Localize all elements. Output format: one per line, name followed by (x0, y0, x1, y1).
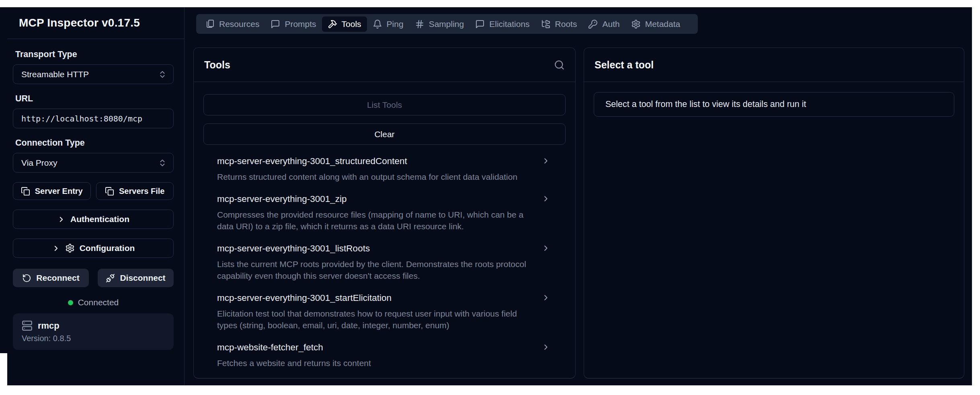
tool-name: mcp-website-fetcher_fetch (217, 342, 371, 354)
transport-type-value: Streamable HTTP (21, 70, 89, 79)
chevron-right-icon (57, 215, 66, 224)
content-cards: Tools List Tools Clear mcp-server-everyt… (193, 47, 964, 379)
disconnect-button[interactable]: Disconnect (98, 269, 174, 287)
files-icon (205, 19, 215, 29)
tool-name: mcp-server-everything-3001_structuredCon… (217, 155, 517, 167)
chevron-right-icon (52, 244, 60, 253)
tab-label: Roots (555, 19, 577, 29)
tool-name: mcp-server-everything-3001_listRoots (217, 243, 539, 255)
clear-button[interactable]: Clear (203, 123, 566, 145)
tool-list-item[interactable]: mcp-website-fetcher_fetchFetches a websi… (203, 331, 566, 369)
tools-panel-title: Tools (204, 59, 230, 71)
folder-tree-icon (541, 19, 551, 29)
tool-description: Fetches a website and returns its conten… (217, 357, 371, 369)
tab-label: Metadata (645, 19, 681, 29)
tool-detail-placeholder: Select a tool from the list to view its … (594, 92, 954, 117)
key-icon (588, 19, 598, 29)
tool-description: Compresses the provided resource files (… (217, 209, 539, 232)
url-input[interactable]: http://localhost:8080/mcp (13, 109, 174, 128)
tab-label: Ping (387, 19, 404, 29)
tab-elicitations[interactable]: Elicitations (469, 16, 535, 32)
authentication-label: Authentication (70, 214, 129, 224)
url-label: URL (15, 94, 174, 104)
search-icon[interactable] (554, 60, 565, 70)
status-dot (68, 300, 73, 305)
server-icon (22, 320, 33, 331)
configuration-label: Configuration (80, 243, 135, 253)
chevron-right-icon (541, 194, 550, 203)
window-edge (0, 7, 7, 353)
disconnect-label: Disconnect (120, 273, 165, 283)
tool-item-text: mcp-website-fetcher_fetchFetches a websi… (217, 342, 371, 369)
tool-item-text: mcp-server-everything-3001_listRootsList… (217, 243, 539, 282)
connection-type-label: Connection Type (15, 138, 174, 148)
rotate-ccw-icon (22, 274, 31, 283)
mcp-inspector-screen: MCP Inspector v0.17.5 Transport Type Str… (0, 0, 980, 395)
tab-prompts[interactable]: Prompts (265, 16, 322, 32)
sidebar-header: MCP Inspector v0.17.5 (7, 7, 184, 39)
tab-tools[interactable]: Tools (322, 16, 367, 32)
hammer-icon (328, 19, 337, 29)
list-tools-button[interactable]: List Tools (203, 94, 566, 115)
message-square-icon (475, 19, 485, 29)
tab-auth[interactable]: Auth (582, 16, 625, 32)
tool-item-text: mcp-server-everything-3001_startElicitat… (217, 292, 539, 331)
connection-type-value: Via Proxy (21, 158, 57, 168)
tab-ping[interactable]: Ping (367, 16, 409, 32)
tab-metadata[interactable]: Metadata (625, 16, 686, 32)
transport-type-select[interactable]: Streamable HTTP (13, 64, 174, 84)
tab-resources[interactable]: Resources (199, 16, 265, 32)
chevrons-up-down-icon (158, 70, 167, 79)
tab-label: Auth (602, 19, 619, 29)
tool-list-item[interactable]: mcp-server-everything-3001_structuredCon… (203, 145, 566, 183)
hash-icon (415, 19, 424, 29)
server-entry-label: Server Entry (35, 187, 83, 196)
tool-list: mcp-server-everything-3001_structuredCon… (203, 145, 566, 369)
tool-name: mcp-server-everything-3001_startElicitat… (217, 292, 539, 304)
app-window: MCP Inspector v0.17.5 Transport Type Str… (7, 7, 972, 385)
tab-label: Prompts (285, 19, 316, 29)
tool-name: mcp-server-everything-3001_zip (217, 193, 539, 205)
tools-panel: Tools List Tools Clear mcp-server-everyt… (193, 47, 576, 379)
tools-panel-body: List Tools Clear mcp-server-everything-3… (194, 82, 575, 378)
chevron-right-icon (541, 293, 550, 302)
tool-detail-header: Select a tool (584, 48, 964, 82)
tab-label: Sampling (429, 19, 464, 29)
connection-type-select[interactable]: Via Proxy (13, 153, 174, 173)
connection-status: Connected (13, 298, 174, 307)
transport-type-label: Transport Type (15, 49, 174, 60)
tab-label: Resources (219, 19, 259, 29)
reconnect-label: Reconnect (36, 273, 79, 283)
tab-bar: ResourcesPromptsToolsPingSamplingElicita… (196, 14, 698, 34)
tool-detail-body: Select a tool from the list to view its … (584, 82, 964, 127)
message-square-icon (271, 19, 280, 29)
copy-icon (21, 187, 30, 196)
tool-item-text: mcp-server-everything-3001_zipCompresses… (217, 193, 539, 232)
tool-list-item[interactable]: mcp-server-everything-3001_zipCompresses… (203, 183, 566, 232)
authentication-toggle[interactable]: Authentication (13, 210, 174, 229)
server-version: Version: 0.8.5 (22, 334, 165, 343)
tool-list-item[interactable]: mcp-server-everything-3001_startElicitat… (203, 282, 566, 331)
main-area: ResourcesPromptsToolsPingSamplingElicita… (185, 7, 972, 385)
entry-buttons-row: Server Entry Servers File (13, 182, 174, 200)
sidebar: MCP Inspector v0.17.5 Transport Type Str… (7, 7, 185, 385)
tab-label: Elicitations (489, 19, 529, 29)
unplug-icon (106, 274, 115, 283)
sidebar-body: Transport Type Streamable HTTP URL http:… (7, 39, 184, 385)
tool-list-item[interactable]: mcp-server-everything-3001_listRootsList… (203, 232, 566, 282)
tab-label: Tools (342, 19, 361, 29)
gear-icon (65, 243, 75, 253)
server-entry-button[interactable]: Server Entry (13, 182, 91, 200)
chevrons-up-down-icon (158, 158, 167, 167)
configuration-toggle[interactable]: Configuration (13, 239, 174, 258)
servers-file-button[interactable]: Servers File (96, 182, 174, 200)
tab-roots[interactable]: Roots (535, 16, 583, 32)
tool-detail-panel: Select a tool Select a tool from the lis… (584, 47, 964, 379)
reconnect-button[interactable]: Reconnect (13, 269, 89, 287)
connection-buttons-row: Reconnect Disconnect (13, 269, 174, 287)
tool-description: Elicitation test tool that demonstrates … (217, 308, 539, 331)
tab-sampling[interactable]: Sampling (409, 16, 470, 32)
chevron-right-icon (541, 244, 550, 253)
servers-file-label: Servers File (119, 187, 164, 196)
tool-item-text: mcp-server-everything-3001_structuredCon… (217, 155, 517, 183)
